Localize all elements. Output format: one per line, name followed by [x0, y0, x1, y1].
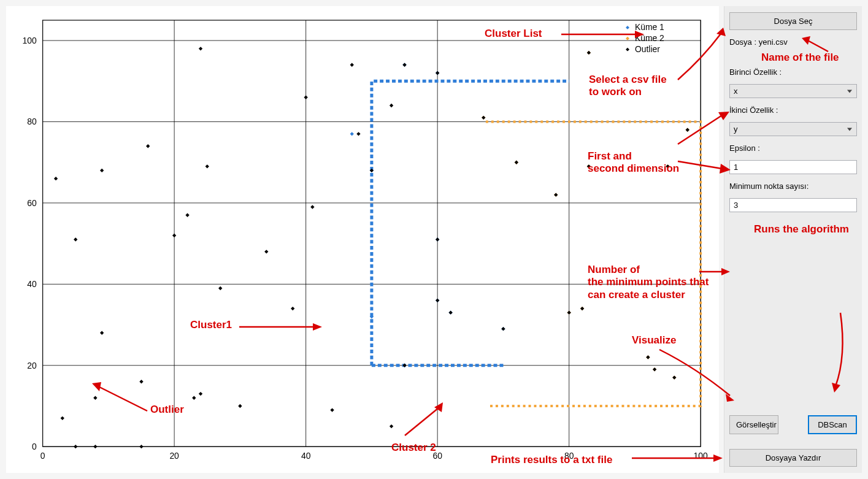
svg-text:80: 80	[27, 117, 37, 126]
svg-text:20: 20	[27, 361, 37, 370]
epsilon-label: Epsilon :	[729, 144, 857, 153]
feature2-label: İkinci Özellik :	[729, 105, 857, 115]
chart-area: 020406080100020406080100Küme 1Küme 2Outl…	[6, 6, 719, 473]
svg-text:Küme 2: Küme 2	[635, 33, 664, 43]
feature1-select-wrap: x	[729, 84, 857, 98]
svg-text:0: 0	[32, 442, 37, 451]
print-file-button[interactable]: Dosyaya Yazdır	[729, 449, 857, 467]
annot-runs-algo: Runs the algorithm	[754, 223, 868, 236]
annot-cluster1: Cluster1	[190, 319, 232, 331]
control-panel: Dosya Seç Dosya : yeni.csv Name of the f…	[724, 6, 862, 473]
annot-cluster2: Cluster 2	[391, 442, 436, 454]
visualize-button[interactable]: Görselleştir	[729, 415, 778, 434]
minpts-label: Minimum nokta sayısı:	[729, 182, 857, 191]
file-name-label: Dosya : yeni.csv	[729, 37, 857, 47]
annot-visualize: Visualize	[632, 334, 676, 347]
annot-cluster-list: Cluster List	[485, 28, 542, 40]
annot-name-of-file: Name of the file	[761, 52, 868, 64]
annot-select-csv: Select a csv fileto work on	[589, 74, 667, 99]
feature2-select[interactable]: y	[729, 122, 857, 136]
svg-text:0: 0	[40, 451, 45, 461]
svg-text:40: 40	[301, 451, 311, 461]
epsilon-input[interactable]	[729, 160, 857, 174]
feature1-label: Birinci Özellik :	[729, 67, 857, 77]
minpts-input[interactable]	[729, 198, 857, 212]
svg-text:Küme 1: Küme 1	[635, 22, 664, 32]
run-dbscan-button[interactable]: DBScan	[808, 415, 857, 434]
annot-outlier: Outlier	[150, 404, 184, 416]
svg-text:40: 40	[27, 279, 37, 289]
svg-text:60: 60	[27, 198, 37, 208]
feature2-select-wrap: y	[729, 122, 857, 136]
svg-text:100: 100	[694, 451, 708, 461]
annot-print: Prints results to a txt file	[491, 454, 612, 466]
svg-text:100: 100	[22, 36, 36, 45]
select-file-button[interactable]: Dosya Seç	[729, 12, 857, 30]
annot-minpts: Number ofthe minimum points thatcan crea…	[588, 264, 709, 301]
feature1-select[interactable]: x	[729, 84, 857, 98]
svg-text:20: 20	[169, 451, 179, 461]
annot-first-second-dim: First andsecond dimension	[588, 150, 679, 175]
svg-text:Outlier: Outlier	[635, 44, 660, 54]
